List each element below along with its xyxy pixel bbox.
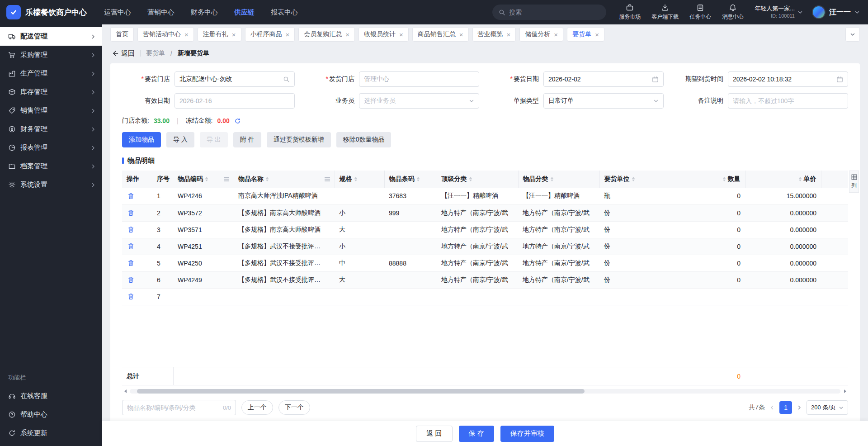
scrollbar-thumb[interactable] bbox=[137, 389, 585, 394]
sort-icon[interactable] bbox=[723, 177, 726, 181]
prev-match-button[interactable]: 上一个 bbox=[241, 400, 273, 415]
sidebar-item-purchase[interactable]: 采购管理 bbox=[0, 46, 102, 64]
delete-row-button[interactable] bbox=[127, 192, 135, 200]
expect-time-input[interactable] bbox=[733, 76, 834, 83]
close-icon[interactable]: × bbox=[507, 31, 511, 38]
global-search-input[interactable] bbox=[509, 9, 600, 16]
sidebar-item-sales[interactable]: 销售管理 bbox=[0, 101, 102, 120]
tab-member-repurchase[interactable]: 会员复购汇总× bbox=[298, 27, 355, 42]
scroll-right-icon[interactable] bbox=[842, 388, 848, 394]
col-top-category[interactable]: 顶级分类 bbox=[437, 171, 518, 188]
cell-price[interactable]: 0.000000 bbox=[745, 238, 821, 255]
nav-operation-center[interactable]: 运营中心 bbox=[104, 8, 131, 17]
delete-row-button[interactable] bbox=[127, 259, 135, 267]
cell-qty[interactable]: 0 bbox=[682, 255, 745, 271]
tab-register-gift[interactable]: 注册有礼× bbox=[198, 27, 241, 42]
scroll-left-icon[interactable] bbox=[122, 388, 128, 394]
sidebar-item-finance[interactable]: 财务管理 bbox=[0, 120, 102, 138]
close-icon[interactable]: × bbox=[459, 31, 463, 38]
tab-request-order[interactable]: 要货单× bbox=[567, 27, 604, 42]
cell-qty[interactable]: 0 bbox=[682, 221, 745, 238]
cell-qty[interactable]: 0 bbox=[682, 204, 745, 221]
account-switcher[interactable]: 年轻人第一家... ID: 100011 bbox=[755, 5, 803, 19]
sort-icon[interactable] bbox=[266, 177, 269, 181]
global-search[interactable] bbox=[492, 5, 606, 20]
nav-supply-chain[interactable]: 供应链 bbox=[234, 8, 255, 17]
item-filter-input[interactable] bbox=[127, 404, 220, 411]
close-icon[interactable]: × bbox=[184, 31, 189, 38]
request-date-input[interactable] bbox=[548, 76, 649, 83]
delete-row-button[interactable] bbox=[127, 275, 135, 284]
nav-finance-center[interactable]: 财务中心 bbox=[191, 8, 218, 17]
order-type-select[interactable]: 日常订单 bbox=[543, 93, 664, 109]
horizontal-scrollbar[interactable] bbox=[122, 387, 848, 396]
page-number-button[interactable]: 1 bbox=[779, 401, 792, 414]
cell-price[interactable] bbox=[745, 288, 821, 305]
column-settings-button[interactable]: 列 bbox=[849, 171, 859, 193]
calendar-icon[interactable] bbox=[836, 76, 843, 83]
tab-marketing-activity[interactable]: 营销活动中心× bbox=[137, 27, 194, 42]
delete-row-button[interactable] bbox=[127, 242, 135, 251]
close-icon[interactable]: × bbox=[286, 31, 290, 38]
add-item-button[interactable]: 添加物品 bbox=[122, 132, 161, 147]
close-icon[interactable]: × bbox=[554, 31, 558, 38]
sort-icon[interactable] bbox=[469, 177, 472, 181]
sort-icon[interactable] bbox=[799, 177, 802, 181]
sidebar-item-delivery[interactable]: 配送管理 bbox=[0, 27, 102, 46]
delete-row-button[interactable] bbox=[127, 225, 135, 234]
close-icon[interactable]: × bbox=[399, 31, 403, 38]
tab-miniprogram-goods[interactable]: 小程序商品× bbox=[245, 27, 295, 42]
col-barcode[interactable]: 物品条码 bbox=[384, 171, 437, 188]
back-button[interactable]: 返 回 bbox=[416, 426, 452, 442]
back-link[interactable]: 返回 bbox=[111, 49, 135, 58]
valid-date-input[interactable] bbox=[179, 97, 290, 104]
valid-date-field[interactable] bbox=[175, 93, 295, 109]
sidebar-item-system-update[interactable]: 系统更新 bbox=[0, 424, 102, 442]
remove-zero-qty-button[interactable]: 移除0数量物品 bbox=[336, 132, 392, 147]
sidebar-item-inventory[interactable]: 库存管理 bbox=[0, 83, 102, 101]
remark-field[interactable] bbox=[728, 93, 848, 109]
search-icon[interactable] bbox=[283, 76, 290, 83]
sidebar-item-archives[interactable]: 档案管理 bbox=[0, 157, 102, 176]
scrollbar-track[interactable] bbox=[130, 389, 840, 394]
sort-icon[interactable] bbox=[354, 177, 357, 181]
save-button[interactable]: 保 存 bbox=[459, 426, 494, 442]
request-date-field[interactable] bbox=[543, 71, 664, 87]
ship-store-input[interactable] bbox=[364, 76, 474, 83]
sidebar-item-help-center[interactable]: 帮助中心 bbox=[0, 405, 102, 424]
sort-icon[interactable] bbox=[632, 177, 635, 181]
sidebar-item-production[interactable]: 生产管理 bbox=[0, 64, 102, 83]
attachment-button[interactable]: 附 件 bbox=[233, 132, 261, 147]
save-and-audit-button[interactable]: 保存并审核 bbox=[500, 426, 554, 442]
item-filter[interactable]: 0/0 bbox=[122, 400, 236, 415]
nav-report-center[interactable]: 报表中心 bbox=[271, 8, 298, 17]
next-match-button[interactable]: 下一个 bbox=[278, 400, 310, 415]
message-center-link[interactable]: 消息中心 bbox=[722, 4, 744, 21]
cell-qty[interactable]: 0 bbox=[682, 271, 745, 288]
task-center-link[interactable]: 任务中心 bbox=[689, 4, 711, 21]
tab-business-overview[interactable]: 营业概览× bbox=[472, 27, 516, 42]
sort-icon[interactable] bbox=[205, 177, 208, 181]
col-unit[interactable]: 要货单位 bbox=[599, 171, 682, 188]
col-spec[interactable]: 规格 bbox=[335, 171, 384, 188]
request-store-input[interactable] bbox=[179, 76, 280, 83]
tabs-collapse-button[interactable] bbox=[845, 27, 860, 42]
sort-icon[interactable] bbox=[417, 177, 420, 181]
prev-page-icon[interactable] bbox=[769, 405, 775, 410]
salesman-select[interactable]: 选择业务员 bbox=[359, 93, 479, 109]
client-download-link[interactable]: 客户端下载 bbox=[651, 4, 679, 21]
cell-qty[interactable]: 0 bbox=[682, 188, 745, 204]
service-market-link[interactable]: 服务市场 bbox=[619, 4, 641, 21]
col-name[interactable]: 物品名称 bbox=[234, 171, 335, 188]
page-size-select[interactable]: 200 条/页 bbox=[807, 400, 848, 415]
tab-goods-sales-summary[interactable]: 商品销售汇总× bbox=[412, 27, 469, 42]
column-menu-icon[interactable] bbox=[325, 177, 330, 181]
delete-row-button[interactable] bbox=[127, 292, 135, 301]
column-menu-icon[interactable] bbox=[224, 177, 229, 181]
col-category[interactable]: 物品分类 bbox=[518, 171, 599, 188]
col-qty[interactable]: 数量 bbox=[682, 171, 745, 188]
cell-price[interactable]: 0.000000 bbox=[745, 221, 821, 238]
expect-time-field[interactable] bbox=[728, 71, 848, 87]
remark-input[interactable] bbox=[733, 97, 843, 104]
ship-store-field[interactable] bbox=[359, 71, 479, 87]
